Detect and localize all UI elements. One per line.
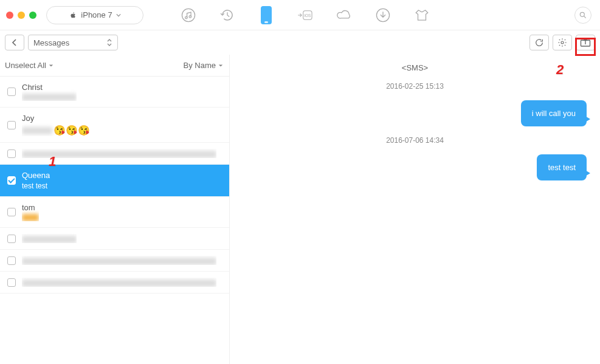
checkbox[interactable]: [7, 149, 16, 158]
apple-icon: [69, 11, 77, 19]
device-selector[interactable]: iPhone 7: [46, 6, 143, 24]
device-name: iPhone 7: [81, 10, 112, 19]
svg-text:iOS: iOS: [304, 13, 311, 17]
sort-toggle[interactable]: By Name: [184, 61, 223, 70]
chevron-left-icon: [12, 39, 18, 46]
svg-point-0: [182, 9, 195, 21]
checkbox[interactable]: [7, 235, 16, 243]
annotation-box-2: [575, 38, 596, 56]
contact-name: Queena: [22, 171, 50, 180]
checkbox[interactable]: [7, 176, 16, 185]
content-area: Unselect All By Name Christ Joy 😘: [0, 55, 600, 364]
download-icon[interactable]: [374, 7, 391, 24]
svg-point-2: [189, 15, 191, 18]
cloud-icon[interactable]: [336, 7, 353, 24]
contact-name: Joy: [22, 114, 90, 123]
list-item[interactable]: [0, 143, 229, 165]
list-item[interactable]: Joy 😘😘😘: [0, 108, 229, 143]
checkbox[interactable]: [7, 278, 16, 287]
search-icon: [579, 11, 587, 19]
checkbox[interactable]: [7, 121, 16, 129]
to-ios-icon[interactable]: iOS: [297, 7, 314, 24]
contact-name: tom: [22, 203, 39, 212]
message-row: test test: [243, 154, 587, 180]
search-button[interactable]: [574, 7, 591, 24]
blurred-preview: [22, 258, 216, 265]
chevron-down-icon: [116, 13, 121, 18]
category-icons: iOS: [180, 7, 430, 24]
svg-point-1: [185, 16, 188, 19]
list-item[interactable]: [0, 272, 229, 294]
blurred-preview: [22, 280, 216, 287]
blurred-preview: [22, 127, 52, 134]
backup-history-icon[interactable]: [219, 7, 236, 24]
svg-point-6: [580, 12, 584, 16]
refresh-button[interactable]: [529, 35, 549, 50]
emoji-preview: 😘😘😘: [53, 125, 90, 136]
checkbox[interactable]: [7, 256, 16, 265]
thread-title: <SMS>: [243, 63, 587, 72]
list-item[interactable]: [0, 250, 229, 272]
message-bubble: i will call you: [521, 100, 587, 126]
minimize-window-button[interactable]: [18, 12, 25, 19]
contact-name: Christ: [22, 83, 77, 92]
blurred-preview: [22, 94, 77, 101]
tshirt-icon[interactable]: [413, 7, 430, 24]
dropdown-triangle-icon: [218, 63, 223, 68]
select-label: Unselect All: [5, 61, 46, 70]
back-button[interactable]: [5, 35, 24, 50]
device-tab-icon[interactable]: [258, 7, 275, 24]
gear-icon: [557, 38, 567, 47]
music-icon[interactable]: [180, 7, 197, 24]
checkbox[interactable]: [7, 88, 16, 96]
dropdown-triangle-icon: [49, 63, 53, 68]
main-toolbar: iPhone 7 iOS: [0, 0, 600, 30]
category-dropdown[interactable]: Messages: [28, 35, 118, 50]
category-label: Messages: [33, 38, 69, 47]
checkbox[interactable]: [7, 208, 16, 216]
conversation-list: Christ Joy 😘😘😘: [0, 77, 229, 364]
list-item[interactable]: tom: [0, 197, 229, 228]
sort-label: By Name: [184, 61, 216, 70]
message-detail: <SMS> 2016-02-25 15:13 i will call you 2…: [230, 55, 600, 364]
annotation-number-1: 1: [49, 154, 56, 170]
window-controls: [6, 12, 36, 19]
select-all-toggle[interactable]: Unselect All: [5, 61, 53, 70]
list-item[interactable]: Christ: [0, 77, 229, 108]
message-bubble: test test: [537, 154, 587, 180]
conversation-sidebar: Unselect All By Name Christ Joy 😘: [0, 55, 230, 364]
timestamp: 2016-02-25 15:13: [243, 82, 587, 91]
list-item[interactable]: [0, 228, 229, 250]
updown-icon: [106, 38, 112, 47]
sub-toolbar: Messages: [0, 30, 600, 55]
refresh-icon: [534, 38, 544, 47]
timestamp: 2016-07-06 14:34: [243, 136, 587, 145]
blurred-preview: [22, 214, 39, 221]
settings-button[interactable]: [553, 35, 572, 50]
svg-point-7: [561, 41, 564, 44]
blurred-preview: [22, 236, 77, 243]
message-preview: test test: [22, 182, 50, 190]
list-controls: Unselect All By Name: [0, 55, 229, 77]
zoom-window-button[interactable]: [29, 12, 36, 19]
message-row: i will call you: [243, 100, 587, 126]
list-item[interactable]: Queena test test 1: [0, 165, 229, 197]
close-window-button[interactable]: [6, 12, 13, 19]
